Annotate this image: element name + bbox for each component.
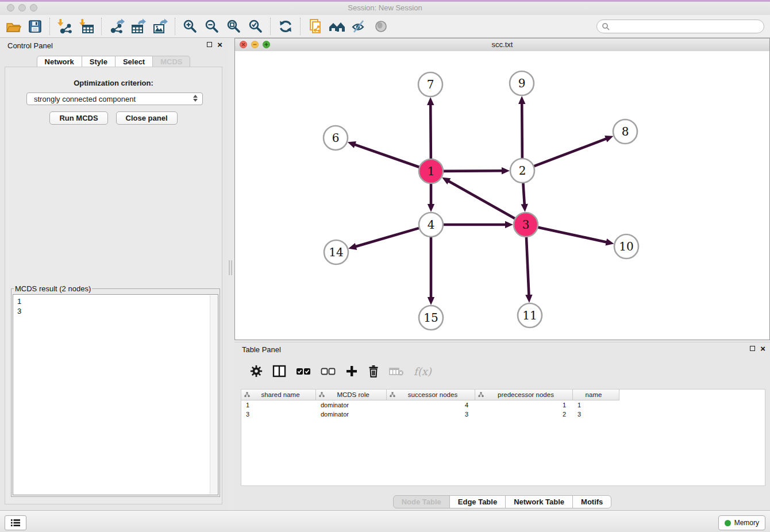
export-table-button[interactable]	[128, 17, 149, 36]
graph-node-label-11: 11	[522, 309, 537, 322]
column-header-name[interactable]: name	[573, 390, 619, 400]
graph-node-label-9: 9	[518, 76, 526, 90]
graph-node-label-10: 10	[619, 240, 633, 253]
export-image-icon	[152, 18, 168, 34]
memory-label: Memory	[734, 519, 759, 527]
tab-motifs[interactable]: Motifs	[572, 495, 611, 508]
window-title: Session: New Session	[0, 3, 770, 12]
tab-network-table[interactable]: Network Table	[505, 495, 573, 508]
save-session-button[interactable]	[24, 17, 46, 36]
graph-arrowhead	[348, 243, 357, 250]
delete-column-trash-icon[interactable]	[368, 365, 379, 377]
graph-edge-2-8[interactable]	[534, 138, 608, 166]
import-network-button[interactable]	[54, 17, 76, 36]
column-namespace-icon	[244, 392, 250, 398]
column-header-shared-name[interactable]: shared name	[241, 390, 316, 400]
close-panel-button[interactable]: Close panel	[116, 111, 178, 125]
network-view-window: scc.txt 1234678910111415	[234, 38, 770, 340]
home-layout-button[interactable]	[326, 17, 348, 36]
tab-edge-table[interactable]: Edge Table	[449, 495, 506, 508]
graph-edge-2-9[interactable]	[522, 102, 522, 158]
tab-select[interactable]: Select	[115, 56, 153, 68]
cell-mcds-role[interactable]: dominator	[316, 411, 387, 418]
close-panel-icon[interactable]: ×	[217, 41, 222, 48]
deselect-all-icon[interactable]	[321, 366, 336, 376]
cell-name[interactable]: 1	[573, 402, 619, 408]
graph-node-label-7: 7	[427, 78, 434, 91]
network-window-titlebar[interactable]: scc.txt	[235, 38, 769, 52]
column-header-predecessor-nodes[interactable]: predecessor nodes	[475, 390, 573, 400]
mcds-result-box[interactable]: 1 3	[13, 294, 218, 495]
network-window-title: scc.txt	[235, 40, 769, 49]
refresh-layout-button[interactable]	[275, 17, 297, 36]
hide-selected-button[interactable]	[348, 17, 370, 36]
graph-edge-3-10[interactable]	[538, 228, 607, 242]
search-input[interactable]	[613, 22, 759, 31]
graph-edge-3-1[interactable]	[448, 180, 515, 218]
create-column-plus-icon[interactable]	[345, 365, 358, 377]
memory-button[interactable]: Memory	[718, 515, 765, 530]
column-header-successor-nodes[interactable]: successor nodes	[387, 390, 475, 400]
panel-splitter-grip[interactable]	[229, 260, 232, 275]
cell-successor-nodes[interactable]: 4	[387, 402, 475, 408]
graph-node-label-6: 6	[332, 131, 340, 145]
function-builder-icon: f(x)	[414, 365, 432, 377]
graph-arrowhead	[606, 238, 614, 245]
zoom-out-button[interactable]	[201, 17, 223, 36]
open-session-button[interactable]	[2, 17, 24, 36]
application-window: Session: New Session	[0, 0, 770, 532]
graph-edge-1-7[interactable]	[430, 103, 431, 159]
column-header-mcds-role[interactable]: MCDS role	[316, 390, 387, 400]
result-scrollbar[interactable]	[210, 295, 217, 494]
network-canvas[interactable]: 1234678910111415	[235, 51, 769, 340]
show-hidden-button[interactable]	[370, 17, 392, 36]
task-history-button[interactable]	[5, 515, 26, 530]
cell-name[interactable]: 3	[573, 411, 619, 418]
zoom-in-button[interactable]	[179, 17, 201, 36]
graph-arrowhead	[525, 295, 532, 303]
zoom-selected-icon	[248, 18, 264, 34]
toolbar-separator	[101, 18, 102, 35]
table-settings-gear-icon[interactable]	[250, 365, 263, 377]
tab-network[interactable]: Network	[37, 56, 82, 68]
run-mcds-button[interactable]: Run MCDS	[49, 111, 107, 125]
cell-predecessor-nodes[interactable]: 2	[475, 411, 573, 418]
criterion-dropdown[interactable]: strongly connected component	[26, 92, 203, 105]
cell-shared-name[interactable]: 1	[241, 402, 316, 408]
graph-edge-2-3[interactable]	[523, 183, 524, 206]
graph-arrowhead	[428, 204, 434, 212]
zoom-selected-button[interactable]	[245, 17, 267, 36]
close-panel-icon[interactable]: ×	[760, 345, 765, 352]
search-box[interactable]	[596, 20, 764, 33]
export-image-button[interactable]	[149, 17, 171, 36]
tab-mcds[interactable]: MCDS	[152, 56, 190, 68]
zoom-fit-button[interactable]	[223, 17, 245, 36]
graph-edge-3-11[interactable]	[526, 237, 529, 296]
cell-mcds-role[interactable]: dominator	[316, 402, 387, 408]
float-panel-icon[interactable]	[750, 346, 755, 351]
graph-edge-1-6[interactable]	[353, 144, 419, 167]
float-panel-icon[interactable]	[207, 42, 212, 47]
optimization-criterion-label: Optimization criterion:	[5, 79, 222, 87]
table-row[interactable]: 3 dominator 3 2 3	[241, 410, 765, 419]
cell-successor-nodes[interactable]: 3	[387, 411, 475, 418]
network-graph[interactable]: 1234678910111415	[235, 51, 769, 340]
clone-network-button[interactable]	[305, 17, 326, 36]
show-columns-icon[interactable]	[272, 365, 286, 377]
graph-edge-1-2[interactable]	[444, 171, 503, 171]
table-row[interactable]: 1 dominator 4 1 1	[241, 400, 765, 410]
mcds-result-title: MCDS result (2 nodes)	[14, 284, 92, 293]
import-table-button[interactable]	[76, 17, 98, 36]
cell-shared-name[interactable]: 3	[241, 411, 316, 418]
tab-style[interactable]: Style	[82, 56, 116, 68]
delete-table-icon-disabled	[389, 366, 404, 376]
titlebar[interactable]: Session: New Session	[0, 2, 770, 15]
select-all-icon[interactable]	[296, 366, 311, 376]
graph-edge-4-14[interactable]	[355, 228, 419, 247]
cell-predecessor-nodes[interactable]: 1	[475, 402, 573, 408]
tab-node-table[interactable]: Node Table	[393, 495, 450, 508]
mcds-panel: Optimization criterion: strongly connect…	[5, 67, 222, 504]
node-table[interactable]: shared name MCDS role successor nodes	[241, 389, 765, 486]
graph-arrowhead	[348, 141, 356, 148]
export-network-button[interactable]	[106, 17, 128, 36]
